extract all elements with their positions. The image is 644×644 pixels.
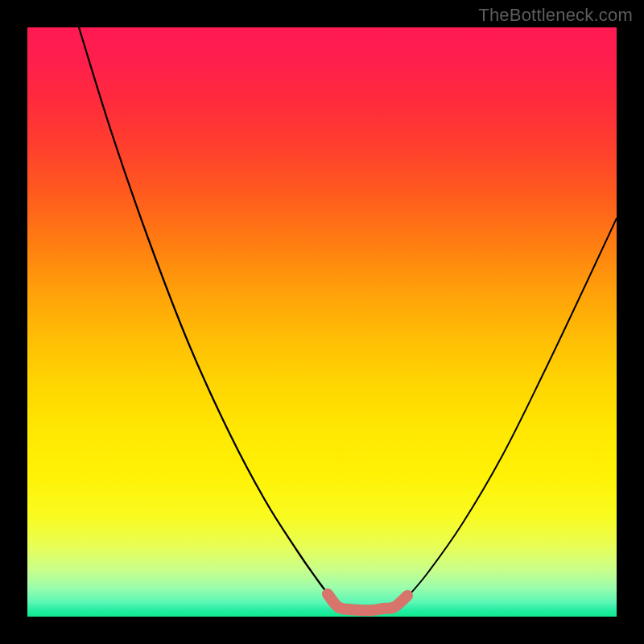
chart-canvas: TheBottleneck.com — [0, 0, 644, 644]
svg-rect-0 — [27, 27, 617, 617]
plot-area — [27, 27, 617, 617]
watermark-text: TheBottleneck.com — [478, 5, 633, 26]
background-gradient — [27, 27, 617, 617]
